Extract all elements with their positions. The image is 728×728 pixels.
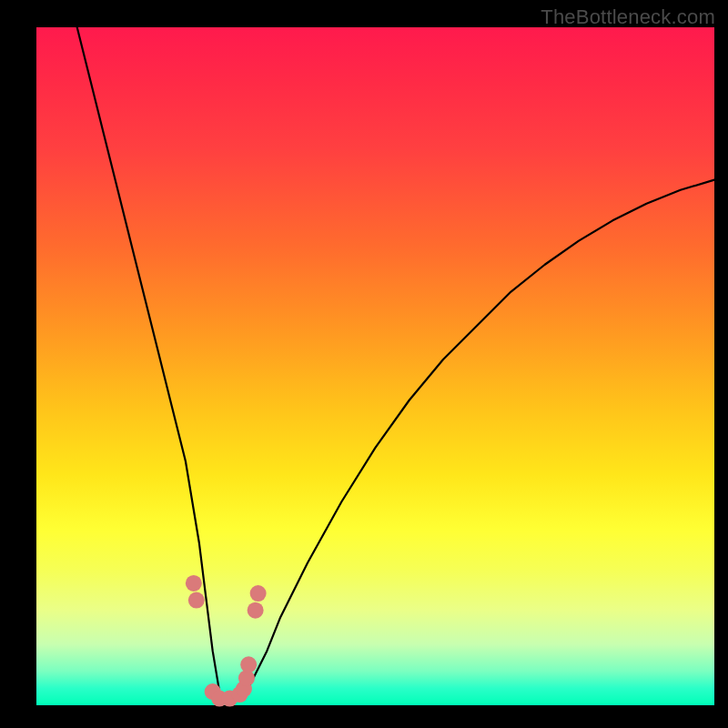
watermark-text: TheBottleneck.com (541, 5, 715, 29)
chart-svg (36, 27, 714, 705)
outer-frame: TheBottleneck.com (0, 0, 728, 728)
data-point (250, 585, 267, 602)
chart-plot-area (36, 27, 714, 705)
data-point (240, 656, 257, 672)
data-point (188, 592, 205, 609)
data-point (248, 602, 264, 619)
data-point (186, 575, 202, 592)
bottleneck-curve-line (77, 27, 714, 699)
data-points-group (186, 575, 267, 707)
